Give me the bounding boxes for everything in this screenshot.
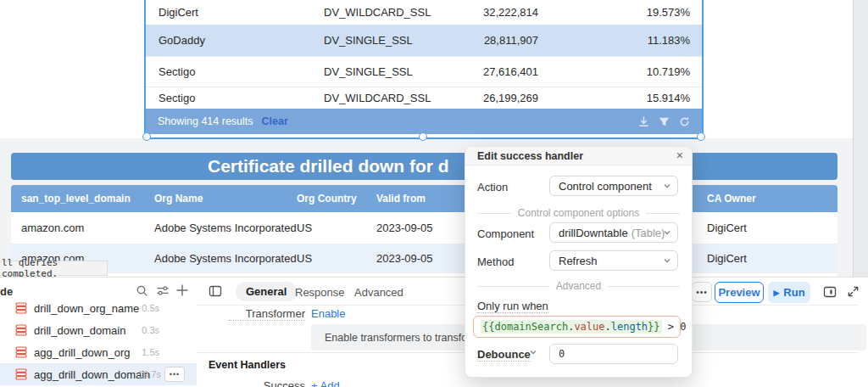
cell-pct: 15.914% [588,92,690,104]
resize-handle[interactable] [142,132,151,141]
cell-ca: Sectigo [159,65,195,78]
query-runtime: 0.3s [125,325,159,335]
tab-response[interactable]: Response [295,286,345,299]
cell-pct: 11.183% [588,34,690,47]
filter-icon[interactable] [659,116,670,127]
enable-transformer-link[interactable]: Enable [311,307,345,320]
cell-type: DV_WILDCARD_SSL [324,6,431,19]
cell-owner: DigiCert [707,222,747,234]
drilldown-table[interactable]: san_top_level_domain Org Name Org Countr… [11,185,837,277]
query-runtime: 19.7s [127,369,161,379]
filter-sliders-icon[interactable] [156,284,170,297]
chevron-down-icon[interactable] [530,350,537,355]
query-status-tooltip: ll queries completed. [0,261,108,276]
close-icon[interactable]: × [676,149,683,161]
drilldown-banner: Certificate drilled down for d [11,153,837,180]
add-success-handler-link[interactable]: + Add [311,379,340,387]
col-header[interactable]: Org Name [154,193,203,205]
transformer-label: Transformer [229,307,305,321]
resize-handle[interactable] [697,132,705,141]
only-run-when-label: Only run when [477,300,548,313]
tab-general[interactable]: General [236,282,297,301]
query-resource-icon [15,302,27,314]
col-header[interactable]: CA Owner [707,193,756,205]
component-select[interactable]: drillDowntable (Table) [549,222,678,243]
collapse-panel-icon[interactable] [209,284,222,298]
banner-title: Certificate drilled down for d [208,156,449,177]
popover-title: Edit success handler [477,150,583,162]
only-run-when-code-input[interactable]: {{domainSearch.value.length}} > 0 [473,316,681,338]
debounce-input[interactable]: 0 [549,344,678,364]
query-resource-icon [15,324,27,336]
cell-pct: 10.719% [588,65,690,78]
certificate-table[interactable]: DigiCert DV_WILDCARD_SSL 32,222,814 19.5… [146,0,702,134]
table-row[interactable]: DigiCert DV_WILDCARD_SSL 32,222,814 19.5… [146,0,702,25]
cell-count: 26,199,269 [437,92,538,104]
cell-domain: amazon.com [21,222,84,234]
query-item[interactable]: agg_drill_down_org 1.5s [0,341,197,363]
query-name: drill_down_org_name [34,302,139,315]
download-icon[interactable] [638,116,649,127]
query-list-panel: de drill_down_org_name 0.5s drill_down_d… [0,277,198,387]
tab-advanced[interactable]: Advanced [354,286,403,299]
cell-valid: 2023-09-05 [376,252,433,265]
action-label: Action [477,181,508,194]
method-label: Method [477,255,514,268]
popover-header: Edit success handler × [465,147,692,165]
clear-link[interactable]: Clear [262,115,288,127]
section-control-options: Control component options [477,207,680,219]
query-item-selected[interactable]: agg_drill_down_domain 19.7s ••• [0,363,197,385]
cell-pct: 19.573% [588,6,690,19]
action-select[interactable]: Control component [549,176,678,196]
search-icon[interactable] [136,284,148,297]
expand-icon[interactable] [847,285,860,298]
query-resource-icon [15,368,27,380]
right-rail [853,0,868,277]
table-row[interactable]: Sectigo DV_SINGLE_SSL 27,616,401 10.719% [146,56,702,87]
table-row[interactable]: Sectigo DV_WILDCARD_SSL 26,199,269 15.91… [146,87,702,109]
cell-ca: Sectigo [159,92,195,104]
cell-org: Adobe Systems Incorporated [154,252,297,265]
query-more-button[interactable]: ••• [164,367,185,382]
refresh-icon[interactable] [679,116,690,127]
col-header[interactable]: Valid from [376,193,426,205]
table-footer: Showing 414 results Clear [146,109,702,134]
cell-org: Adobe Systems Incorporated [154,222,297,234]
event-handlers-heading: Event Handlers [209,359,286,371]
add-query-icon[interactable] [175,283,189,297]
run-button[interactable]: ▶Run [768,282,810,303]
debounce-label[interactable]: Debounce [477,348,531,362]
query-item[interactable]: drill_down_org_name 0.5s [0,297,197,319]
table-row[interactable]: amazon.com Adobe Systems Incorporated US… [11,244,837,273]
preview-button[interactable]: Preview [715,282,764,303]
cell-count: 27,616,401 [437,65,538,78]
more-options-button[interactable]: ••• [692,282,712,302]
col-header[interactable]: Org Country [297,193,357,205]
chevron-down-icon [664,230,670,235]
col-header[interactable]: san_top_level_domain [21,193,131,205]
query-name: agg_drill_down_org [34,346,130,359]
toggle-right-panel-icon[interactable] [823,285,837,299]
method-select[interactable]: Refresh [549,250,678,271]
cell-type: DV_WILDCARD_SSL [324,92,431,104]
table-row[interactable]: amazon.com Adobe Systems Incorporated US… [11,212,837,244]
chevron-down-icon [664,183,670,188]
results-count: Showing 414 results [158,115,253,127]
section-advanced: Advanced [477,280,680,292]
drilldown-table-header: san_top_level_domain Org Name Org Countr… [11,185,837,212]
cell-type: DV_SINGLE_SSL [324,34,413,47]
cell-type: DV_SINGLE_SSL [324,65,413,78]
cell-count: 32,222,814 [437,6,538,19]
cell-ca: DigiCert [159,6,198,19]
edit-success-handler-popover: Edit success handler × Action Control co… [465,146,693,378]
cell-country: US [297,222,312,234]
query-runtime: 0.5s [125,303,159,313]
cell-owner: DigiCert [707,252,747,265]
cell-country: US [297,252,312,265]
query-runtime: 1.5s [125,347,159,357]
query-item[interactable]: drill_down_domain 0.3s [0,319,197,341]
resize-handle[interactable] [419,132,427,141]
panel-title: de [0,285,13,298]
table-row-selected[interactable]: GoDaddy DV_SINGLE_SSL 28,811,907 11.183% [146,25,702,57]
cell-count: 28,811,907 [437,34,538,47]
